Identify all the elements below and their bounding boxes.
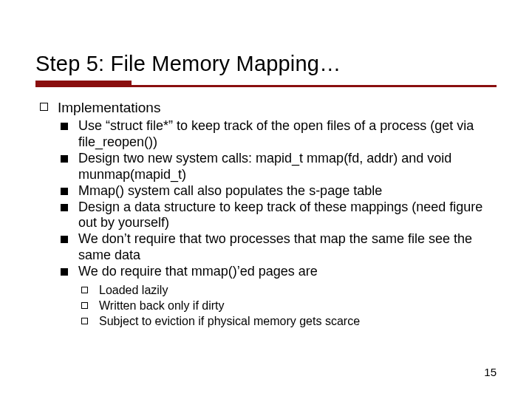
list-item: Design a data structure to keep track of… xyxy=(58,200,497,232)
title-underline xyxy=(35,81,497,87)
list-item: Written back only if dirty xyxy=(78,299,497,314)
list-text: We do require that mmap()’ed pages are xyxy=(78,264,318,279)
list-item: Mmap() system call also populates the s-… xyxy=(58,183,497,200)
list-item: Loaded lazily xyxy=(78,283,497,299)
outline-list: Implementations Use “struct file*” to ke… xyxy=(35,99,497,330)
list-item: We don’t require that two processes that… xyxy=(58,231,497,264)
page-number: 15 xyxy=(484,366,497,378)
list-item: Implementations Use “struct file*” to ke… xyxy=(35,99,497,330)
list-heading: Implementations xyxy=(58,100,160,115)
slide: Step 5: File Memory Mapping… Implementat… xyxy=(0,0,532,330)
page-title: Step 5: File Memory Mapping… xyxy=(35,52,497,76)
list-item: Use “struct file*” to keep track of the … xyxy=(58,118,497,151)
list-item: Subject to eviction if physical memory g… xyxy=(78,314,497,330)
bullet-list: Use “struct file*” to keep track of the … xyxy=(58,118,497,330)
sub-bullet-list: Loaded lazily Written back only if dirty… xyxy=(78,283,497,329)
list-item: Design two new system calls: mapid_t mma… xyxy=(58,151,497,183)
list-item: We do require that mmap()’ed pages are L… xyxy=(58,264,497,329)
